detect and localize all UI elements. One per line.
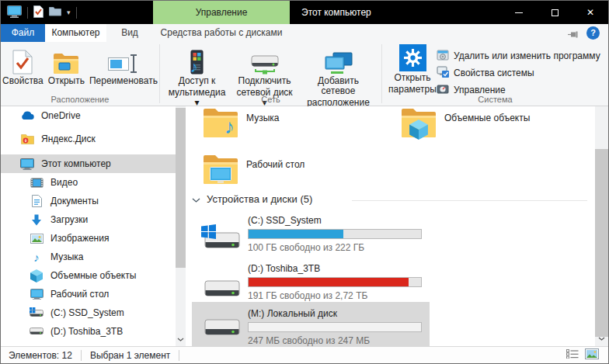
sidebar-scroll-down-icon[interactable]: [176, 333, 186, 344]
navigation-pane: OneDrive Яндекс.Диск Этот компьютер Виде…: [1, 106, 176, 346]
sidebar-scrollbar[interactable]: [176, 106, 186, 346]
sidebar-item-desktop[interactable]: Рабочий стол: [1, 285, 176, 303]
sidebar-item-label: Загрузки: [50, 214, 88, 225]
sidebar-item-drive-c[interactable]: (C:) SSD_System: [1, 303, 176, 322]
sidebar-item-label: Объемные объекты: [50, 270, 136, 281]
main-scrollbar[interactable]: [595, 106, 608, 346]
3d-objects-folder-icon: [401, 106, 437, 139]
desktop-monitor-glyph: [210, 167, 231, 185]
main-scrollbar-thumb[interactable]: [595, 149, 608, 337]
section-header-devices[interactable]: Устройства и диски (5): [192, 193, 312, 205]
videos-icon: [30, 178, 44, 188]
list-view-button[interactable]: [566, 349, 579, 361]
status-bar: Элементов: 12 Выбран 1 элемент: [1, 346, 608, 363]
sidebar-item-label: Рабочий стол: [50, 289, 109, 300]
items-count: Элементов: 12: [9, 350, 72, 361]
tab-computer[interactable]: Компьютер: [45, 24, 106, 42]
sidebar-item-documents[interactable]: Документы: [1, 192, 176, 210]
music-note-glyph: ♪: [224, 115, 235, 139]
sidebar-item-yandex-disk[interactable]: Яндекс.Диск: [1, 130, 176, 148]
ribbon: Свойства Открыть Переименовать Расположе…: [1, 42, 608, 106]
uninstall-program-button[interactable]: Удалить или изменить программу: [437, 47, 600, 64]
system-properties-button[interactable]: Свойства системы: [437, 64, 600, 81]
yandex-disk-icon: [20, 133, 34, 144]
folder-tile-desktop[interactable]: Рабочий стол: [203, 153, 304, 185]
documents-icon: [30, 195, 44, 207]
help-button[interactable]: ?: [586, 26, 600, 40]
properties-icon[interactable]: [33, 5, 44, 20]
sidebar-item-onedrive[interactable]: OneDrive: [1, 106, 176, 125]
folder-tile-3d-objects[interactable]: Объемные объекты: [401, 106, 530, 139]
drive-usage-bar: [248, 229, 422, 239]
uninstall-program-icon: [437, 49, 449, 64]
folder-label: Рабочий стол: [246, 159, 304, 185]
quick-access-toolbar: ▾: [7, 1, 77, 24]
cube-3d-icon: [30, 269, 44, 283]
section-divider: [352, 200, 587, 201]
open-button[interactable]: Открыть: [46, 45, 87, 87]
drive-d-icon: [201, 274, 242, 305]
drive-usage-bar: [248, 322, 422, 332]
tab-file[interactable]: Файл: [1, 24, 45, 42]
window-controls: ✕: [501, 1, 608, 24]
tab-view[interactable]: Вид: [106, 24, 153, 42]
network-drive-icon: [250, 46, 280, 75]
drive-usage-fill: [249, 230, 343, 238]
button-label: Свойства системы: [454, 68, 534, 78]
button-label: Доступ к: [179, 76, 216, 86]
music-folder-icon: ♪: [203, 106, 238, 139]
windows-logo-icon: [201, 224, 216, 241]
rename-button[interactable]: Переименовать: [87, 45, 160, 87]
folder-tile-music[interactable]: ♪ Музыка: [203, 106, 279, 139]
drive-d-icon: [30, 328, 44, 336]
this-pc-icon[interactable]: [7, 5, 22, 20]
drive-m-icon: [201, 313, 242, 344]
properties-icon: [12, 46, 33, 75]
explorer-window: ▾ Управление Этот компьютер ✕ Файл Компь…: [0, 0, 609, 364]
open-settings-button[interactable]: Открыть параметры: [388, 42, 437, 99]
sidebar-item-downloads[interactable]: Загрузки: [1, 210, 176, 229]
system-properties-icon: [437, 66, 449, 81]
cube-3d-glyph: [409, 120, 428, 142]
button-label: Добавить сетевое: [301, 76, 377, 96]
sidebar-item-videos[interactable]: Видео: [1, 173, 176, 192]
main-scroll-down-icon[interactable]: [595, 332, 608, 343]
selection-count: Выбран 1 элемент: [90, 350, 170, 361]
new-folder-icon[interactable]: [49, 6, 61, 19]
maximize-icon: [552, 9, 559, 16]
sidebar-scrollbar-thumb[interactable]: [176, 108, 186, 268]
drive-item-c[interactable]: (C:) SSD_System 100 ГБ свободно из 222 Г…: [186, 215, 434, 262]
button-label: Переименовать: [89, 76, 158, 86]
minimize-button[interactable]: [501, 1, 537, 24]
contextual-tab-manage[interactable]: Управление: [153, 1, 290, 24]
music-icon: ♪: [30, 251, 44, 264]
sidebar-item-label: Этот компьютер: [41, 158, 111, 169]
drive-item-m-selected[interactable]: (M:) Локальный диск 247 МБ свободно из 2…: [192, 302, 430, 348]
group-label-location: Расположение: [1, 95, 159, 104]
status-separator: [81, 350, 82, 361]
sidebar-item-3d-objects[interactable]: Объемные объекты: [1, 266, 176, 285]
drive-name: (D:) Toshiba_3TB: [248, 263, 422, 274]
sidebar-item-label: OneDrive: [41, 110, 81, 121]
drive-c-icon: [30, 307, 44, 318]
properties-button[interactable]: Свойства: [0, 45, 46, 87]
section-header-label: Устройства и диски (5): [207, 193, 312, 205]
sidebar-item-this-pc[interactable]: Этот компьютер: [1, 154, 176, 173]
open-folder-icon: [53, 46, 79, 75]
sidebar-item-music[interactable]: ♪ Музыка: [1, 248, 176, 266]
desktop-folder-icon: [203, 153, 238, 185]
sidebar-item-label: Музыка: [50, 251, 83, 262]
thumbnail-view-button[interactable]: [585, 348, 599, 362]
tab-disk-tools[interactable]: Средства работы с дисками: [153, 24, 290, 42]
sidebar-item-label: Изображения: [50, 233, 109, 244]
maximize-button[interactable]: [537, 1, 572, 24]
window-title: Этот компьютер: [301, 1, 371, 24]
button-label: Открыть: [48, 76, 85, 86]
sidebar-item-drive-d[interactable]: (D:) Toshiba_3TB: [1, 322, 176, 341]
music-note-glyph: ♪: [190, 58, 198, 76]
pin-ribbon-icon[interactable]: [568, 29, 579, 40]
sidebar-item-pictures[interactable]: Изображения: [1, 229, 176, 248]
close-button[interactable]: ✕: [572, 1, 608, 24]
drive-c-icon: [201, 226, 242, 257]
qat-dropdown-icon[interactable]: ▾: [67, 9, 71, 16]
